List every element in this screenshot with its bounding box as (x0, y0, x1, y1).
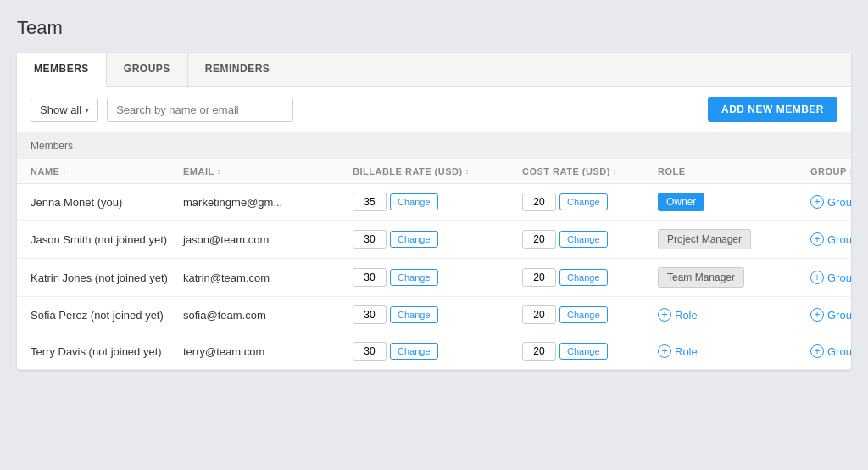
table-row: Terry Davis (not joined yet) terry@team.… (17, 333, 851, 370)
tabs-bar: MEMBERS GROUPS REMINDERS (17, 53, 851, 87)
add-role-button[interactable]: +Role (658, 344, 698, 358)
cell-group: + Group (810, 195, 851, 209)
member-email: marketingme@gm... (183, 196, 282, 209)
plus-icon: + (658, 344, 671, 358)
cell-name: Sofia Perez (not joined yet) (31, 309, 183, 322)
col-cost-rate[interactable]: COST RATE (USD) ↕ (522, 166, 658, 176)
add-group-button[interactable]: + Group (810, 232, 851, 246)
section-label: Members (31, 140, 73, 152)
cell-cost-rate: Change (522, 230, 658, 249)
tab-reminders[interactable]: REMINDERS (188, 53, 288, 86)
add-group-button[interactable]: + Group (810, 271, 851, 284)
change-billable-button[interactable]: Change (390, 269, 438, 286)
cell-billable-rate: Change (353, 305, 522, 324)
change-billable-button[interactable]: Change (390, 193, 438, 210)
billable-rate-input[interactable] (353, 230, 387, 249)
member-name: Terry Davis (not joined yet) (31, 345, 162, 358)
plus-icon: + (658, 308, 671, 322)
section-header: Members (17, 133, 851, 159)
cell-name: Katrin Jones (not joined yet) (31, 271, 183, 284)
sort-group-icon: ↕ (849, 167, 851, 176)
sort-name-icon: ↕ (62, 167, 66, 176)
cell-name: Terry Davis (not joined yet) (31, 345, 183, 358)
cell-name: Jason Smith (not joined yet) (31, 233, 183, 246)
cell-role: Owner (658, 193, 810, 211)
col-role: ROLE (658, 166, 810, 176)
plus-icon: + (810, 195, 824, 209)
plus-icon: + (810, 271, 824, 284)
member-email: jason@team.com (183, 233, 269, 246)
member-email: katrin@team.com (183, 271, 270, 284)
cell-cost-rate: Change (522, 268, 658, 287)
cost-rate-input[interactable] (522, 305, 556, 324)
cost-rate-input[interactable] (522, 193, 556, 211)
cost-rate-input[interactable] (522, 268, 556, 287)
member-name: Katrin Jones (not joined yet) (31, 271, 168, 284)
member-name: Jason Smith (not joined yet) (31, 233, 167, 246)
sort-billable-icon: ↕ (465, 167, 470, 176)
plus-icon: + (810, 232, 824, 246)
cost-rate-input[interactable] (522, 230, 556, 249)
sort-cost-icon: ↕ (613, 167, 617, 176)
change-billable-button[interactable]: Change (390, 306, 438, 323)
tab-groups[interactable]: GROUPS (107, 53, 188, 86)
change-billable-button[interactable]: Change (390, 343, 438, 360)
change-cost-button[interactable]: Change (559, 269, 608, 286)
add-role-button[interactable]: +Role (658, 308, 698, 322)
plus-icon: + (810, 308, 824, 322)
cell-email: sofia@team.com (183, 309, 353, 322)
add-group-button[interactable]: + Group (810, 308, 851, 322)
table-row: Jason Smith (not joined yet) jason@team.… (17, 221, 851, 259)
cost-rate-input[interactable] (522, 342, 556, 361)
col-billable-rate[interactable]: BILLABLE RATE (USD) ↕ (353, 166, 522, 176)
table-row: Sofia Perez (not joined yet) sofia@team.… (17, 297, 851, 333)
cell-name: Jenna Monet (you) (31, 196, 183, 209)
cell-role: Team Manager (658, 267, 810, 288)
cell-group: + Group (810, 344, 851, 358)
cell-email: marketingme@gm... (183, 196, 353, 209)
cell-cost-rate: Change (522, 342, 658, 361)
col-group[interactable]: GROUP ↕ (810, 166, 851, 176)
change-cost-button[interactable]: Change (559, 343, 608, 360)
cell-group: + Group (810, 232, 851, 246)
role-badge: Project Manager (658, 229, 751, 249)
member-name: Sofia Perez (not joined yet) (31, 309, 164, 322)
cell-email: jason@team.com (183, 233, 353, 246)
cell-role: +Role (658, 308, 810, 322)
search-input[interactable] (107, 98, 293, 122)
change-cost-button[interactable]: Change (559, 231, 608, 248)
add-group-button[interactable]: + Group (810, 195, 851, 209)
table-header: NAME ↕ EMAIL ↕ BILLABLE RATE (USD) ↕ COS… (17, 159, 851, 184)
table-row: Jenna Monet (you) marketingme@gm... Chan… (17, 184, 851, 221)
cell-role: +Role (658, 344, 810, 358)
chevron-down-icon: ▾ (85, 105, 89, 115)
col-email[interactable]: EMAIL ↕ (183, 166, 353, 176)
billable-rate-input[interactable] (353, 305, 387, 324)
show-all-button[interactable]: Show all ▾ (31, 98, 98, 122)
change-cost-button[interactable]: Change (559, 193, 608, 210)
plus-icon: + (810, 344, 824, 358)
add-group-button[interactable]: + Group (810, 344, 851, 358)
col-name[interactable]: NAME ↕ (31, 166, 183, 176)
change-billable-button[interactable]: Change (390, 231, 438, 248)
cell-email: terry@team.com (183, 345, 353, 358)
role-badge: Team Manager (658, 267, 744, 288)
cell-billable-rate: Change (353, 230, 522, 249)
billable-rate-input[interactable] (353, 193, 387, 211)
role-badge: Owner (658, 193, 704, 211)
cell-role: Project Manager (658, 229, 810, 249)
billable-rate-input[interactable] (353, 342, 387, 361)
cell-cost-rate: Change (522, 305, 658, 324)
main-card: MEMBERS GROUPS REMINDERS Show all ▾ ADD … (17, 53, 851, 370)
tab-members[interactable]: MEMBERS (17, 53, 107, 87)
add-new-member-button[interactable]: ADD NEW MEMBER (708, 97, 837, 122)
member-email: sofia@team.com (183, 309, 266, 322)
change-cost-button[interactable]: Change (559, 306, 608, 323)
toolbar: Show all ▾ ADD NEW MEMBER (17, 87, 851, 133)
table-body: Jenna Monet (you) marketingme@gm... Chan… (17, 184, 851, 370)
show-all-label: Show all (40, 104, 81, 116)
cell-billable-rate: Change (353, 342, 522, 361)
cell-cost-rate: Change (522, 193, 658, 211)
table-row: Katrin Jones (not joined yet) katrin@tea… (17, 259, 851, 297)
billable-rate-input[interactable] (353, 268, 387, 287)
